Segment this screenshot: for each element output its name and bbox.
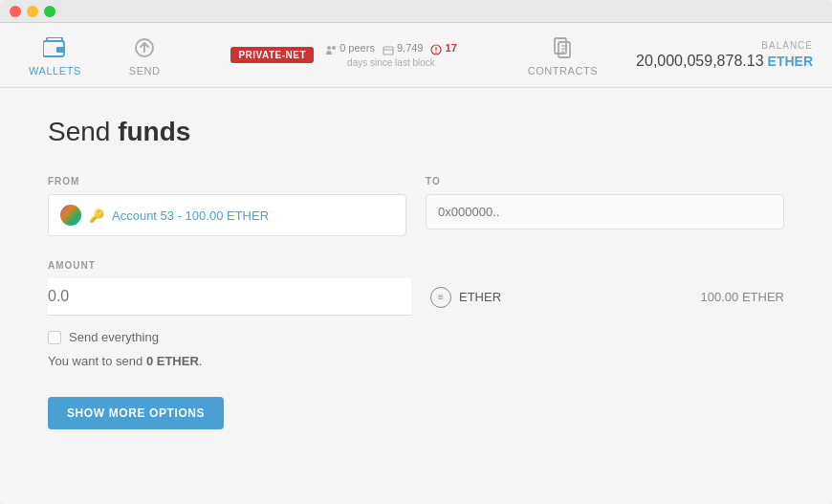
show-more-options-button[interactable]: SHOW MORE OPTIONS (48, 397, 224, 429)
peers-count: 0 peers (325, 42, 375, 55)
to-col: TO (426, 176, 784, 236)
from-account-name: Account 53 - 100.00 ETHER (112, 208, 269, 223)
balance-value: 20,000,059,878.13ETHER (636, 53, 813, 70)
app-window: WALLETS SEND PRIVATE-NET (0, 0, 832, 504)
last-block-text: days since last block (347, 57, 435, 68)
from-field[interactable]: 🔑 Account 53 - 100.00 ETHER (48, 194, 406, 236)
page-title: Send funds (48, 117, 784, 147)
send-everything-label: Send everything (69, 330, 159, 344)
network-stats: 0 peers 9,749 17 days since last block (325, 42, 457, 67)
amount-row: ≡ ETHER 100.00 ETHER (48, 278, 784, 316)
svg-point-4 (327, 46, 331, 50)
from-label: FROM (48, 176, 406, 186)
network-badge: PRIVATE-NET (230, 47, 314, 63)
balance-display: BALANCE 20,000,059,878.13ETHER (636, 40, 813, 70)
balance-label: BALANCE (761, 40, 813, 51)
wallets-icon (41, 34, 68, 61)
network-info: PRIVATE-NET 0 peers 9,749 17 (170, 42, 518, 67)
wallets-label: WALLETS (29, 65, 81, 77)
send-icon (131, 34, 158, 61)
maximize-button[interactable] (44, 6, 55, 17)
svg-rect-6 (383, 47, 393, 55)
minimize-button[interactable] (27, 6, 38, 17)
svg-point-5 (332, 46, 336, 50)
account-key-icon: 🔑 (89, 208, 104, 223)
from-to-row: FROM 🔑 Account 53 - 100.00 ETHER TO (48, 176, 784, 236)
account-balance: 100.00 ETHER (701, 290, 784, 304)
contracts-icon (549, 34, 576, 61)
blocks-count: 9,749 (383, 42, 424, 55)
nav-contracts[interactable]: CONTRACTS (518, 27, 607, 84)
contracts-label: CONTRACTS (528, 65, 598, 77)
svg-rect-1 (56, 47, 64, 53)
currency-select[interactable]: ≡ ETHER (430, 287, 501, 308)
from-col: FROM 🔑 Account 53 - 100.00 ETHER (48, 176, 406, 236)
to-input[interactable] (426, 194, 784, 230)
currency-icon: ≡ (430, 287, 451, 308)
send-label: SEND (129, 65, 161, 77)
nav-send[interactable]: SEND (120, 27, 170, 84)
titlebar (0, 0, 832, 23)
close-button[interactable] (10, 6, 21, 17)
currency-label: ETHER (459, 290, 501, 304)
amount-input[interactable] (48, 278, 411, 316)
last-block: 17 (430, 42, 456, 55)
svg-point-10 (436, 52, 438, 54)
amount-input-wrap (48, 278, 411, 316)
to-label: TO (426, 176, 784, 186)
main-content: Send funds FROM 🔑 Account 53 - 100.00 ET… (0, 88, 832, 504)
amount-section: AMOUNT ≡ ETHER 100.00 ETHER (48, 260, 784, 316)
send-note: You want to send 0 ETHER. (48, 354, 784, 368)
top-nav: WALLETS SEND PRIVATE-NET (0, 23, 832, 88)
send-everything-checkbox[interactable] (48, 331, 61, 344)
account-avatar (60, 205, 81, 226)
svg-rect-12 (558, 42, 570, 57)
nav-wallets[interactable]: WALLETS (19, 27, 91, 84)
amount-label: AMOUNT (48, 260, 784, 271)
send-everything-row: Send everything (48, 330, 784, 344)
